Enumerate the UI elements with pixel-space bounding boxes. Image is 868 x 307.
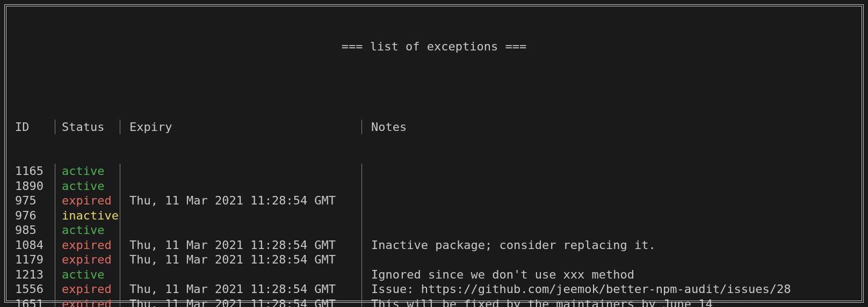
table-row: 1084expiredThu, 11 Mar 2021 11:28:54 GMT…	[14, 238, 854, 253]
cell-id: 1651	[14, 297, 55, 308]
table-row: 975expiredThu, 11 Mar 2021 11:28:54 GMT	[14, 193, 854, 208]
cell-expiry: Thu, 11 Mar 2021 11:28:54 GMT	[120, 193, 362, 208]
table-header-row: ID Status Expiry Notes	[14, 120, 854, 135]
table-row: 976inactive	[14, 208, 854, 223]
cell-notes	[362, 208, 854, 223]
table-row: 985active	[14, 223, 854, 238]
table-row: 1213activeIgnored since we don't use xxx…	[14, 267, 854, 282]
cell-status: expired	[55, 282, 120, 297]
cell-expiry: Thu, 11 Mar 2021 11:28:54 GMT	[120, 282, 362, 297]
cell-status: expired	[55, 238, 120, 253]
cell-status: expired	[55, 297, 120, 308]
cell-expiry	[120, 179, 362, 194]
cell-expiry	[120, 267, 362, 282]
cell-id: 985	[14, 223, 55, 238]
cell-status: active	[55, 267, 120, 282]
exceptions-panel: === list of exceptions === ID Status Exp…	[4, 4, 864, 303]
panel-title: === list of exceptions ===	[14, 39, 854, 54]
col-header-notes: Notes	[362, 120, 854, 135]
cell-notes: Inactive package; consider replacing it.	[362, 238, 854, 253]
cell-notes	[362, 223, 854, 238]
cell-expiry	[120, 223, 362, 238]
table-row: 1890active	[14, 179, 854, 194]
table-row: 1556expiredThu, 11 Mar 2021 11:28:54 GMT…	[14, 282, 854, 297]
cell-notes	[362, 252, 854, 267]
cell-status: expired	[55, 193, 120, 208]
cell-notes	[362, 179, 854, 194]
terminal-window: === list of exceptions === ID Status Exp…	[0, 0, 868, 307]
table-row: 1651expiredThu, 11 Mar 2021 11:28:54 GMT…	[14, 297, 854, 308]
cell-id: 976	[14, 208, 55, 223]
cell-id: 1213	[14, 267, 55, 282]
cell-id: 1890	[14, 179, 55, 194]
cell-notes: Issue: https://github.com/jeemok/better-…	[362, 282, 854, 297]
cell-expiry: Thu, 11 Mar 2021 11:28:54 GMT	[120, 238, 362, 253]
cell-id: 975	[14, 193, 55, 208]
cell-notes: This will be fixed by the maintainers by…	[362, 297, 854, 308]
col-header-expiry: Expiry	[120, 120, 362, 135]
cell-status: inactive	[55, 208, 120, 223]
cell-expiry	[120, 208, 362, 223]
cell-notes: Ignored since we don't use xxx method	[362, 267, 854, 282]
table-row: 1165active	[14, 164, 854, 179]
col-header-status: Status	[55, 120, 120, 135]
exceptions-table: ID Status Expiry Notes 1165active1890act…	[14, 90, 854, 308]
cell-id: 1165	[14, 164, 55, 179]
cell-status: active	[55, 179, 120, 194]
cell-status: active	[55, 164, 120, 179]
cell-id: 1179	[14, 252, 55, 267]
cell-notes	[362, 164, 854, 179]
cell-status: active	[55, 223, 120, 238]
col-header-id: ID	[14, 120, 55, 135]
cell-expiry: Thu, 11 Mar 2021 11:28:54 GMT	[120, 252, 362, 267]
cell-id: 1556	[14, 282, 55, 297]
cell-status: expired	[55, 252, 120, 267]
cell-expiry: Thu, 11 Mar 2021 11:28:54 GMT	[120, 297, 362, 308]
table-row: 1179expiredThu, 11 Mar 2021 11:28:54 GMT	[14, 252, 854, 267]
cell-notes	[362, 193, 854, 208]
cell-id: 1084	[14, 238, 55, 253]
cell-expiry	[120, 164, 362, 179]
